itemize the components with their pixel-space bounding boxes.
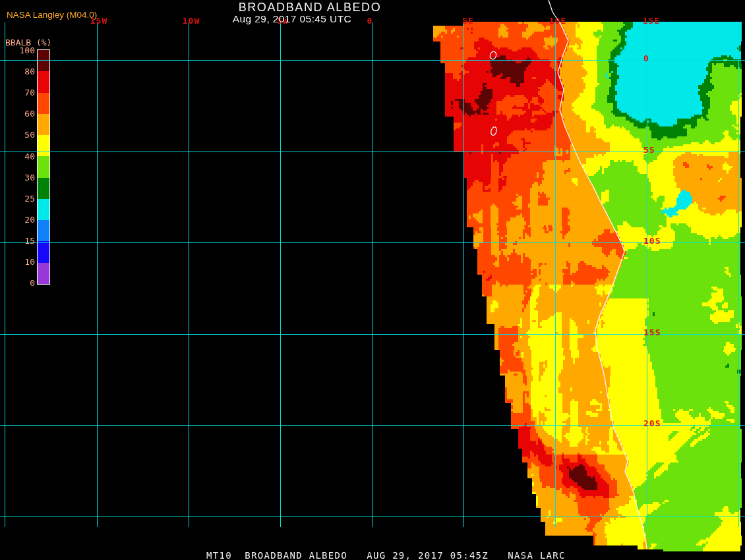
colorbar-tick: 25: [0, 194, 35, 204]
colorbar-tick: 80: [0, 67, 35, 76]
page-title: BROADBAND ALBEDO: [0, 1, 620, 14]
colorbar-segment: [38, 178, 49, 199]
colorbar-segment: [38, 135, 49, 156]
latitude-gridline: [0, 517, 745, 517]
colorbar-tick: 60: [0, 109, 35, 119]
longitude-gridline: [372, 22, 372, 527]
colorbar-segment: [38, 199, 49, 220]
latitude-gridline: [0, 425, 745, 426]
lat-label-10s: 10S: [643, 236, 661, 246]
albedo-product-page: BBALB (%) 100807060504030252015100 NASA …: [0, 0, 745, 560]
colorbar-segment: [38, 114, 49, 135]
albedo-colorbar: [37, 49, 50, 285]
colorbar-segment: [38, 263, 49, 284]
colorbar-tick: 0: [0, 278, 35, 288]
colorbar-segment: [38, 50, 49, 71]
colorbar-segment: [38, 241, 49, 262]
page-subtitle: Aug 29, 2017 05:45 UTC: [0, 13, 584, 25]
colorbar-segment: [38, 71, 49, 92]
lon-label-15e: 15E: [643, 16, 660, 26]
longitude-gridline: [280, 22, 281, 527]
colorbar-tick: 100: [0, 45, 35, 55]
longitude-gridline: [647, 22, 647, 527]
colorbar-segment: [38, 220, 49, 241]
longitude-gridline: [5, 22, 5, 527]
latitude-gridline: [0, 60, 745, 61]
longitude-gridline: [189, 22, 189, 527]
albedo-map-canvas: [0, 0, 745, 560]
colorbar-tick: 10: [0, 257, 35, 267]
latitude-gridline: [0, 152, 745, 152]
longitude-gridline: [97, 22, 98, 527]
footer-caption: MT10 BROADBAND ALBEDO AUG 29, 2017 05:45…: [206, 550, 566, 560]
latitude-gridline: [0, 242, 745, 243]
latitude-gridline: [0, 334, 745, 335]
lat-label-5s: 5S: [643, 145, 655, 155]
lat-label-20s: 20S: [643, 418, 661, 428]
colorbar-segment: [38, 156, 49, 177]
longitude-gridline: [555, 22, 556, 527]
colorbar-tick: 40: [0, 152, 35, 161]
colorbar-tick: 15: [0, 236, 35, 246]
colorbar-tick: 30: [0, 173, 35, 182]
lat-label-15s: 15S: [643, 327, 661, 337]
longitude-gridline: [738, 22, 739, 527]
lat-label-0: 0: [643, 53, 649, 63]
colorbar-tick: 70: [0, 88, 35, 98]
colorbar-segment: [38, 93, 49, 114]
colorbar-tick: 50: [0, 130, 35, 140]
colorbar-tick: 20: [0, 215, 35, 225]
longitude-gridline: [463, 22, 464, 527]
